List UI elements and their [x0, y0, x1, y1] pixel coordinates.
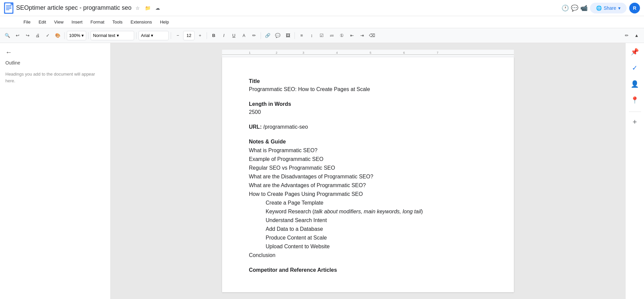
title-bar-left: SEOptimer article spec - programmatic se… [4, 2, 559, 14]
menu-extensions[interactable]: Extensions [127, 18, 155, 26]
menu-view[interactable]: View [51, 18, 67, 26]
menu-tools[interactable]: Tools [109, 18, 126, 26]
checklist-button[interactable]: ☑ [317, 31, 326, 40]
underline-button[interactable]: U [229, 31, 238, 40]
font-select[interactable]: Arial ▾ [139, 31, 169, 40]
link-button[interactable]: 🔗 [263, 31, 272, 40]
image-button[interactable]: 🖼 [283, 31, 292, 40]
font-size-increase[interactable]: + [195, 31, 205, 40]
outline-title: Outline [5, 60, 105, 66]
svg-rect-4 [6, 9, 9, 10]
title-section: Title Programmatic SEO: How to Create Pa… [249, 77, 487, 93]
contacts-icon[interactable]: 👤 [629, 78, 641, 90]
doc-area[interactable]: 1 2 3 4 5 6 7 Title Programmatic SEO: Ho… [111, 43, 625, 299]
menu-help[interactable]: Help [157, 18, 172, 26]
share-button[interactable]: 🌐 Share ▾ [590, 3, 627, 13]
conclusion-item[interactable]: Conclusion [249, 251, 487, 259]
competitor-section: Competitor and Reference Articles [249, 266, 487, 274]
style-value: Normal text [93, 33, 115, 38]
divider-2 [88, 32, 89, 39]
redo-button[interactable]: ↪ [23, 31, 32, 40]
italic-button[interactable]: I [219, 31, 228, 40]
highlight-button[interactable]: ✏ [249, 31, 259, 40]
main-area: ← Outline Headings you add to the docume… [0, 43, 644, 299]
notes-item-4[interactable]: What are the Advantages of Programmatic … [249, 181, 487, 189]
menu-insert[interactable]: Insert [68, 18, 86, 26]
user-avatar[interactable]: R [629, 3, 640, 13]
notes-section: Notes & Guide What is Programmatic SEO? … [249, 138, 487, 259]
star-icon[interactable]: ☆ [134, 5, 141, 11]
sub-item-5[interactable]: Upload Content to Website [249, 243, 487, 251]
title-label: Title [249, 77, 487, 85]
collapse-button[interactable]: ▲ [632, 31, 641, 40]
length-label: Length in Words [249, 100, 487, 108]
notes-item-3[interactable]: What are the Disadvantages of Programmat… [249, 173, 487, 181]
sub-item-1[interactable]: Keyword Research (talk about modifiers, … [249, 208, 487, 216]
notes-item-0[interactable]: What is Programmatic SEO? [249, 146, 487, 155]
menu-file[interactable]: File [20, 18, 34, 26]
toolbar: 🔍 ↩ ↪ 🖨 ✓ 🎨 100% ▾ Normal text ▾ Arial ▾… [0, 28, 644, 43]
competitor-label: Competitor and Reference Articles [249, 266, 487, 274]
font-value: Arial [141, 33, 150, 38]
doc-page[interactable]: Title Programmatic SEO: How to Create Pa… [222, 57, 514, 292]
svg-rect-1 [6, 5, 11, 6]
line-spacing-button[interactable]: ↕ [307, 31, 316, 40]
sub-item-3[interactable]: Add Data to a Database [249, 225, 487, 233]
menu-bar: File Edit View Insert Format Tools Exten… [0, 16, 644, 28]
zoom-select[interactable]: 100% ▾ [67, 31, 86, 40]
indent-increase-button[interactable]: ⇥ [357, 31, 367, 40]
svg-rect-2 [6, 7, 11, 7]
sub-item-2[interactable]: Understand Search Intent [249, 216, 487, 224]
undo-button[interactable]: ↩ [13, 31, 22, 40]
url-section: URL: /programmatic-seo [249, 123, 487, 131]
title-bar-right: 🕐 💬 📹 🌐 Share ▾ R [562, 3, 640, 13]
divider-5 [207, 32, 207, 39]
title-icons: ☆ 📁 ☁ [134, 5, 161, 11]
numbered-list-button[interactable]: ① [337, 31, 346, 40]
font-size-decrease[interactable]: − [173, 31, 182, 40]
cloud-icon[interactable]: ☁ [154, 5, 161, 11]
notes-title: Notes & Guide [249, 138, 487, 146]
menu-format[interactable]: Format [87, 18, 108, 26]
notes-item-2[interactable]: Regular SEO vs Programmatic SEO [249, 164, 487, 172]
paint-format-button[interactable]: 🎨 [53, 31, 62, 40]
divider-7 [294, 32, 295, 39]
print-button[interactable]: 🖨 [33, 31, 42, 40]
url-value[interactable]: /programmatic-seo [262, 124, 308, 130]
sidebar: ← Outline Headings you add to the docume… [0, 43, 111, 299]
sub-item-4[interactable]: Produce Content at Scale [249, 234, 487, 242]
docs-icon [4, 2, 13, 14]
share-icon: 🌐 [596, 5, 602, 11]
menu-edit[interactable]: Edit [35, 18, 49, 26]
notes-item-1[interactable]: Example of Programmatic SEO [249, 155, 487, 163]
meet-icon[interactable]: 📹 [581, 5, 587, 11]
sidebar-back-button[interactable]: ← [5, 48, 105, 56]
folder-icon[interactable]: 📁 [144, 5, 151, 11]
comments-icon[interactable]: 💬 [571, 5, 578, 11]
edit-mode-button[interactable]: ✏ [622, 31, 631, 40]
maps-icon[interactable]: 📍 [629, 94, 641, 106]
align-button[interactable]: ≡ [297, 31, 306, 40]
document-title[interactable]: SEOptimer article spec - programmatic se… [16, 4, 131, 11]
add-addon-button[interactable]: + [630, 117, 640, 127]
spellcheck-button[interactable]: ✓ [43, 31, 52, 40]
clear-format-button[interactable]: ⌫ [367, 31, 377, 40]
comment-button[interactable]: 💬 [273, 31, 282, 40]
indent-decrease-button[interactable]: ⇤ [347, 31, 357, 40]
bullet-list-button[interactable]: ≔ [327, 31, 336, 40]
history-icon[interactable]: 🕐 [562, 5, 569, 11]
tasks-icon[interactable]: ✓ [629, 62, 641, 74]
title-bar: SEOptimer article spec - programmatic se… [0, 0, 644, 16]
bold-button[interactable]: B [209, 31, 218, 40]
sub-item-0[interactable]: Create a Page Template [249, 199, 487, 207]
search-icon[interactable]: 🔍 [3, 31, 12, 40]
length-section: Length in Words 2500 [249, 100, 487, 116]
text-color-button[interactable]: A [239, 31, 249, 40]
divider-3 [136, 32, 137, 39]
font-size-input[interactable] [183, 31, 195, 40]
style-select[interactable]: Normal text ▾ [91, 31, 134, 40]
keep-icon[interactable]: 📌 [629, 46, 641, 58]
notes-item-5[interactable]: How to Create Pages Using Programmatic S… [249, 190, 487, 198]
title-value[interactable]: Programmatic SEO: How to Create Pages at… [249, 85, 487, 93]
length-value[interactable]: 2500 [249, 108, 487, 116]
